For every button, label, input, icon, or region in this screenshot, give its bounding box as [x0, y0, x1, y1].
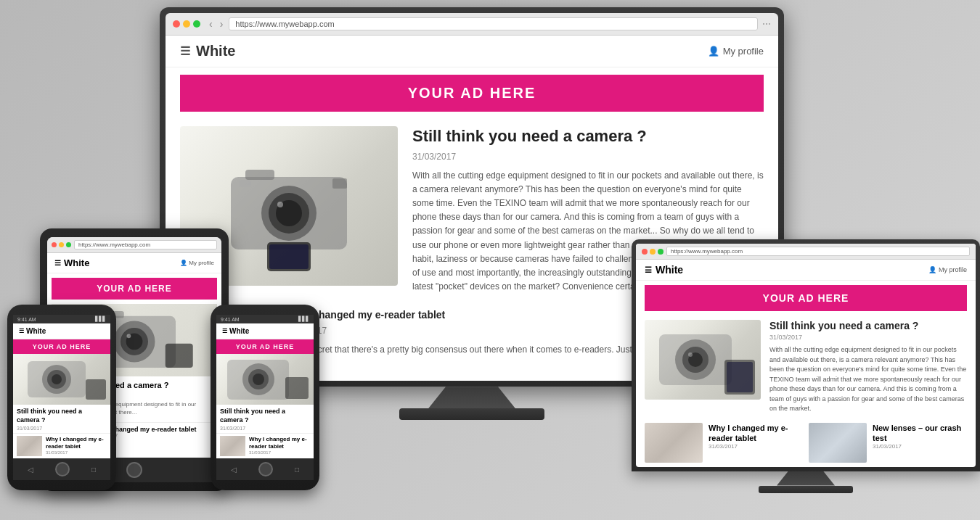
monitor-right-app-navbar: ☰ White 👤 My profile — [636, 260, 976, 281]
monitor-right: ☰ White 👤 My profile YOUR AD HERE — [632, 239, 980, 493]
phone-left-back-btn[interactable]: ◁ — [28, 466, 33, 474]
phone-right-home-button[interactable] — [258, 462, 273, 476]
phone-device-left: 9:41 AM ▋▋▋ ☰ White YOUR AD HERE — [7, 305, 116, 490]
phone-left-article-date: 31/03/2017 — [13, 426, 110, 433]
monitor-right-close-dot[interactable] — [642, 249, 648, 255]
hamburger-icon[interactable]: ☰ — [180, 44, 190, 58]
monitor-right-address-bar[interactable] — [666, 247, 970, 256]
phone-left-navbar: ☰ White — [13, 323, 110, 339]
svg-rect-6 — [332, 178, 347, 189]
phone-right-ad-text: YOUR AD HERE — [236, 343, 295, 350]
phone-left-menu-btn[interactable]: □ — [91, 466, 96, 474]
phone-left-home-bar: ◁ □ — [13, 458, 110, 480]
phone-left-mini-image — [17, 436, 42, 456]
phone-right-mini-text: Why I changed my e-reader tablet 31/03/2… — [249, 436, 310, 456]
phone-left-signal-icon: ▋▋▋ — [95, 316, 106, 322]
tablet-app-navbar: ☰ White 👤 My profile — [47, 253, 221, 273]
phone-left-mini-text: Why I changed my e-reader tablet 31/03/2… — [46, 436, 107, 456]
tablet-hamburger-icon[interactable]: ☰ — [54, 259, 61, 267]
desktop-profile[interactable]: 👤 My profile — [708, 46, 764, 57]
article-card-1-body-text: It's no secret that there's a pretty big… — [283, 343, 674, 357]
svg-rect-38 — [727, 362, 753, 392]
phone-wrapper-right: 9:41 AM ▋▋▋ ☰ White YOUR AD HERE — [211, 305, 319, 490]
monitor-right-frame: ☰ White 👤 My profile YOUR AD HERE — [632, 239, 980, 471]
monitor-right-mini-card-1-title: Why I changed my e-reader tablet — [709, 423, 803, 444]
svg-point-36 — [688, 352, 693, 357]
tablet-ad-banner[interactable]: YOUR AD HERE — [52, 278, 217, 300]
tablet-traffic-lights — [52, 242, 71, 247]
monitor-right-profile-icon: 👤 — [928, 266, 936, 273]
phone-right-mini-image — [220, 436, 245, 456]
phone-right-back-btn[interactable]: ◁ — [231, 466, 237, 474]
monitor-base — [399, 408, 544, 420]
phone-left-home-button[interactable] — [55, 462, 70, 476]
desktop-navbar: ☰ White 👤 My profile — [166, 36, 778, 67]
monitor-right-articles-row: Why I changed my e-reader tablet 31/03/2… — [636, 418, 976, 467]
close-dot[interactable] — [173, 20, 180, 28]
minimize-dot[interactable] — [183, 20, 190, 28]
tablet-home-button[interactable] — [126, 462, 142, 478]
phone-left-status-time: 9:41 AM — [17, 317, 36, 322]
svg-point-25 — [52, 374, 62, 384]
phone-left-ad[interactable]: YOUR AD HERE — [13, 339, 110, 354]
phone-right-article-image — [216, 354, 314, 405]
monitor-right-mini-card-1-image — [645, 423, 703, 463]
tablet-address-bar[interactable] — [74, 240, 217, 249]
tablet-profile-icon: 👤 — [180, 260, 187, 266]
tablet-browser-chrome — [47, 237, 221, 253]
monitor-right-article-date: 31/03/2017 — [769, 334, 967, 341]
monitor-right-minimize-dot[interactable] — [650, 249, 656, 255]
phone-left-mini-article: Why I changed my e-reader tablet 31/03/2… — [13, 433, 110, 458]
article-card-1-title: Why I changed my e-reader tablet — [283, 308, 674, 321]
phone-right-ad[interactable]: YOUR AD HERE — [216, 339, 314, 354]
monitor-right-traffic-lights — [642, 249, 663, 255]
phone-right-article-date: 31/03/2017 — [216, 426, 314, 433]
tablet-brand-name: White — [64, 257, 89, 268]
browser-chrome: ‹ › ⋯ — [166, 13, 778, 36]
maximize-dot[interactable] — [193, 20, 200, 28]
phone-right-brand-name: White — [229, 327, 249, 335]
ad-banner-text: YOUR AD HERE — [408, 85, 536, 101]
phone-right-article-title: Still think you need a camera ? — [216, 405, 314, 426]
profile-icon: 👤 — [708, 46, 719, 57]
tablet-minimize-dot[interactable] — [59, 242, 64, 247]
phone-right-menu-btn[interactable]: □ — [295, 466, 299, 474]
article-card-1-body: Why I changed my e-reader tablet 31/03/2… — [283, 308, 674, 374]
phone-right-camera-svg — [216, 354, 314, 405]
phone-left-ad-text: YOUR AD HERE — [33, 343, 91, 350]
tablet-close-dot[interactable] — [52, 242, 57, 247]
monitor-right-mini-card-2-date: 31/03/2017 — [873, 443, 967, 450]
phone-right-signal-icon: ▋▋▋ — [298, 316, 309, 322]
monitor-right-ad-banner[interactable]: YOUR AD HERE — [645, 285, 967, 311]
svg-rect-7 — [240, 180, 251, 187]
monitor-right-brand: ☰ White — [645, 264, 683, 276]
tablet-maximize-dot[interactable] — [66, 242, 71, 247]
address-bar[interactable] — [229, 17, 758, 30]
monitor-right-profile[interactable]: 👤 My profile — [928, 266, 967, 273]
svg-rect-9 — [269, 244, 309, 269]
phone-left-mini-title: Why I changed my e-reader tablet — [46, 436, 107, 450]
monitor-right-mini-card-2-title: New lenses – our crash test — [873, 423, 967, 444]
desktop-ad-banner[interactable]: YOUR AD HERE — [180, 75, 764, 112]
back-button[interactable]: ‹ — [208, 18, 214, 30]
phone-right-hamburger[interactable]: ☰ — [222, 328, 227, 334]
forward-button[interactable]: › — [219, 18, 225, 30]
desktop-brand: ☰ White — [180, 43, 235, 59]
browser-menu-icon[interactable]: ⋯ — [762, 19, 771, 29]
phone-left-hamburger[interactable]: ☰ — [19, 328, 24, 334]
phone-right-navbar: ☰ White — [216, 323, 314, 339]
svg-rect-31 — [285, 377, 309, 399]
monitor-right-hamburger-icon[interactable]: ☰ — [645, 265, 652, 275]
profile-label: My profile — [723, 46, 764, 57]
svg-point-30 — [253, 374, 264, 385]
phone-frame-right: 9:41 AM ▋▋▋ ☰ White YOUR AD HERE — [211, 305, 319, 490]
phone-right-mini-article: Why I changed my e-reader tablet 31/03/2… — [216, 433, 314, 458]
svg-point-19 — [127, 334, 131, 338]
phone-right-mini-date: 31/03/2017 — [249, 450, 310, 455]
phone-wrapper-left: 9:41 AM ▋▋▋ ☰ White YOUR AD HERE — [7, 305, 116, 490]
tablet-profile[interactable]: 👤 My profile — [180, 260, 214, 266]
monitor-right-maximize-dot[interactable] — [658, 249, 663, 255]
svg-rect-5 — [245, 170, 274, 180]
main-article-title: Still think you need a camera ? — [412, 126, 764, 147]
monitor-right-base — [759, 486, 853, 493]
